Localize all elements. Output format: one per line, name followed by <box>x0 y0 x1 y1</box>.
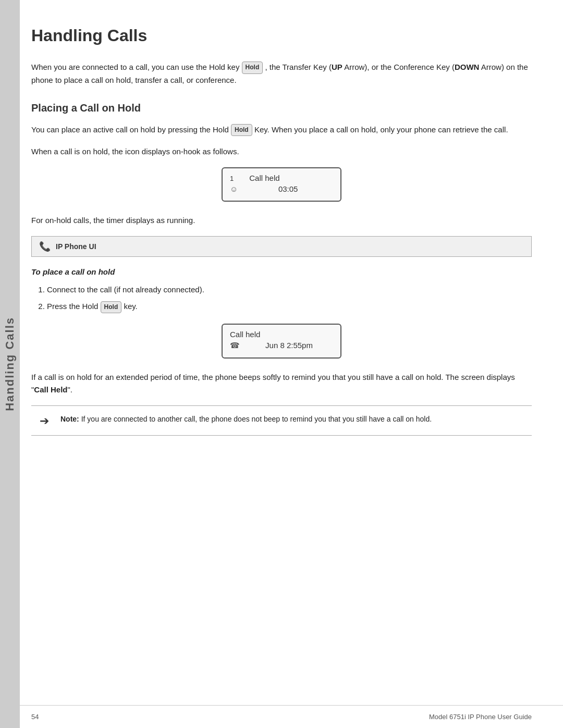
section-para3: For on-hold calls, the timer displays as… <box>31 214 532 227</box>
screen2-datetime: Jun 8 2:55pm <box>265 341 313 350</box>
screen1-top-row: 1 Call held <box>230 174 333 182</box>
footer-page-num: 54 <box>31 713 39 721</box>
note-bold-label: Note: <box>60 415 79 423</box>
note-box: ➔ Note: If you are connected to another … <box>31 405 532 436</box>
screen1-smiley-icon: ☺ <box>230 184 238 193</box>
ip-phone-label: IP Phone UI <box>56 242 96 251</box>
intro-paragraph: When you are connected to a call, you ca… <box>31 61 532 87</box>
screen1-call-held-label: Call held <box>249 174 279 182</box>
screen2-handset-icon: ☎ <box>230 341 240 350</box>
sidebar-tab-label: Handling Calls <box>3 317 17 411</box>
extended-hold-para: If a call is on hold for an extended per… <box>31 371 532 396</box>
note-text: Note: If you are connected to another ca… <box>60 413 432 425</box>
section-para1: You can place an active call on hold by … <box>31 124 532 137</box>
screen1-timer: 03:05 <box>278 184 298 193</box>
note-arrow-icon: ➔ <box>40 414 52 428</box>
screen2-wrapper: Call held ☎ Jun 8 2:55pm <box>31 324 532 359</box>
screen1-line-num: 1 <box>230 175 234 182</box>
phone-icon: 📞 <box>39 241 51 252</box>
section-heading-placing: Placing a Call on Hold <box>31 102 532 114</box>
step2-text: Press the Hold <box>47 302 101 311</box>
page-title: Handling Calls <box>31 26 532 45</box>
hold-key-badge-step2: Hold <box>101 301 122 313</box>
main-content: Handling Calls When you are connected to… <box>31 0 532 483</box>
screen1-wrapper: 1 Call held ☺ 03:05 <box>31 167 532 202</box>
sidebar-tab: Handling Calls <box>0 0 20 728</box>
phone-screen-1: 1 Call held ☺ 03:05 <box>222 167 341 202</box>
note-body: If you are connected to another call, th… <box>79 415 432 423</box>
ip-phone-ui-bar: 📞 IP Phone UI <box>31 236 532 257</box>
screen2-call-held-label: Call held <box>230 330 260 339</box>
procedure-heading: To place a call on hold <box>31 267 532 276</box>
para1-text-before: You can place an active call on hold by … <box>31 125 231 134</box>
section-para2: When a call is on hold, the icon display… <box>31 145 532 158</box>
hold-key-badge-para1: Hold <box>231 124 252 136</box>
step-1: Connect to the call (if not already conn… <box>47 283 532 296</box>
para1-text-after: Key. When you place a call on hold, only… <box>254 125 508 134</box>
step2-suffix: key. <box>124 302 137 311</box>
screen1-bottom-row: ☺ 03:05 <box>230 184 333 193</box>
extended-hold-text1: If a call is on hold for an extended per… <box>31 373 515 394</box>
page-footer: 54 Model 6751i IP Phone User Guide <box>0 705 563 728</box>
hold-key-badge-intro: Hold <box>242 61 263 73</box>
phone-screen-2: Call held ☎ Jun 8 2:55pm <box>222 324 341 359</box>
extended-hold-text2: ". <box>68 385 73 394</box>
screen2-bottom-row: ☎ Jun 8 2:55pm <box>230 341 333 350</box>
steps-list: Connect to the call (if not already conn… <box>47 283 532 313</box>
screen2-top-row: Call held <box>230 330 333 339</box>
footer-model-text: Model 6751i IP Phone User Guide <box>429 713 532 721</box>
intro-text-before: When you are connected to a call, you ca… <box>31 63 242 71</box>
call-held-bold: Call Held <box>34 385 67 394</box>
step-2: Press the Hold Hold key. <box>47 300 532 313</box>
